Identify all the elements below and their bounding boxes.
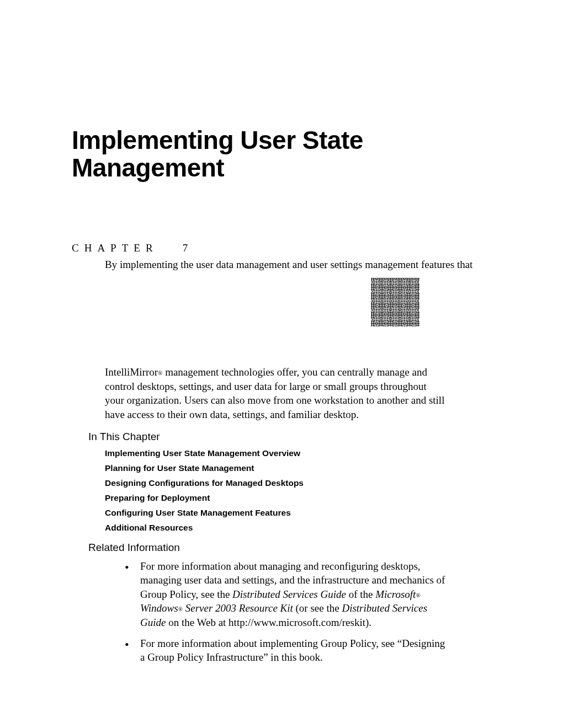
text-run: (or see the — [293, 602, 342, 614]
body-paragraph: IntelliMirror® management technologies o… — [105, 365, 447, 422]
text-run-italic: Distributed Services Guide — [232, 588, 346, 600]
registered-mark-icon: ® — [178, 606, 183, 612]
text-run: For more information about implementing … — [140, 638, 445, 663]
chapter-word: CHAPTER — [72, 242, 158, 254]
registered-mark-icon: ® — [416, 592, 420, 598]
text-run: IntelliMirror — [105, 366, 158, 378]
text-run-italic: Microsoft — [375, 588, 416, 600]
toc-item: Implementing User State Management Overv… — [105, 448, 486, 458]
toc-item: Configuring User State Management Featur… — [105, 508, 486, 518]
document-page: Implementing User State Management CHAPT… — [0, 0, 563, 665]
section-heading-related-information: Related Information — [88, 542, 486, 554]
toc-item: Designing Configurations for Managed Des… — [105, 478, 486, 488]
registered-mark-icon: ® — [158, 370, 162, 376]
chapter-label: CHAPTER 7 — [72, 242, 486, 254]
text-run: of the — [346, 588, 375, 600]
toc-item: Additional Resources — [105, 523, 486, 533]
list-item: For more information about implementing … — [121, 636, 447, 665]
toc-item: Preparing for Deployment — [105, 493, 486, 503]
text-run: on the Web at http://www.microsoft.com/r… — [166, 617, 371, 628]
list-item: For more information about managing and … — [121, 559, 447, 630]
text-run-italic: Windows — [140, 602, 178, 614]
qr-code-graphic — [371, 278, 419, 326]
related-info-list: For more information about managing and … — [121, 559, 447, 665]
toc-item: Planning for User State Management — [105, 463, 486, 473]
chapter-number: 7 — [183, 242, 194, 254]
section-heading-in-this-chapter: In This Chapter — [88, 431, 486, 443]
intro-paragraph-line: By implementing the user data management… — [105, 258, 486, 272]
toc-list: Implementing User State Management Overv… — [105, 448, 486, 533]
text-run-italic: Server 2003 Resource Kit — [185, 602, 293, 614]
document-title: Implementing User State Management — [72, 127, 486, 181]
